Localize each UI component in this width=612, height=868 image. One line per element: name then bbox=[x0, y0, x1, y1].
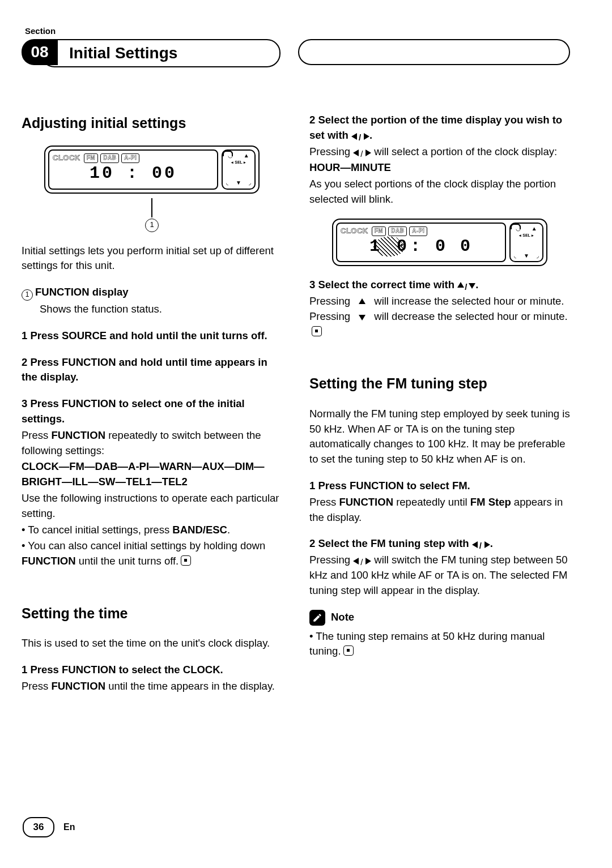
heading-setting-time: Setting the time bbox=[22, 603, 282, 623]
down-arrow-icon bbox=[353, 314, 371, 320]
function-display-label: 1FUNCTION display bbox=[22, 285, 282, 301]
left-step-2: 2 Press FUNCTION and hold until time app… bbox=[22, 355, 282, 386]
callout-1: 1 bbox=[145, 219, 159, 232]
intro-text: Initial settings lets you perform initia… bbox=[22, 243, 282, 274]
left-step-1: 1 Press SOURCE and hold until the unit t… bbox=[22, 328, 282, 344]
heading-fm-tuning: Setting the FM tuning step bbox=[309, 373, 570, 394]
pencil-icon bbox=[309, 610, 325, 626]
up-arrow-icon bbox=[353, 298, 371, 305]
heading-adjusting: Adjusting initial settings bbox=[22, 113, 282, 133]
page-lang: En bbox=[63, 822, 75, 832]
lcd-illustration-2: CLOCK FM DAB A-PI 1 0: 0 0 ◡▲ ◂ SEL ▸ ◟▼… bbox=[332, 219, 547, 266]
settings-chain: CLOCK—FM—DAB—A-PI—WARN—AUX—DIM—BRIGHT—IL… bbox=[22, 459, 282, 490]
header-right-pill bbox=[298, 39, 570, 65]
time-step-3: 3 Select the correct time with /. Pressi… bbox=[309, 277, 570, 339]
up-down-arrow-icon: / bbox=[457, 282, 475, 289]
end-mark-icon bbox=[312, 326, 322, 336]
left-right-arrow-icon: / bbox=[472, 541, 490, 548]
left-right-arrow-icon: / bbox=[351, 132, 369, 139]
lcd-time: 10 : 00 bbox=[53, 161, 214, 186]
lcd-clock-label: CLOCK bbox=[53, 153, 82, 164]
note-heading: Note bbox=[309, 610, 570, 626]
left-right-arrow-icon: / bbox=[353, 557, 371, 564]
time-step-2: 2 Select the portion of the time display… bbox=[309, 113, 570, 207]
note-text: • The tuning step remains at 50 kHz duri… bbox=[309, 629, 570, 660]
end-mark-icon bbox=[343, 645, 354, 656]
end-mark-icon bbox=[181, 555, 191, 566]
fm-intro: Normally the FM tuning step employed by … bbox=[309, 407, 570, 467]
lcd-illustration-1: CLOCK FM DAB A-PI 10 : 00 ◡▲ ◂ SEL ▸ ◟▼◞ bbox=[44, 146, 260, 193]
right-column: 2 Select the portion of the time display… bbox=[309, 113, 570, 705]
left-step-3: 3 Press FUNCTION to select one of the in… bbox=[22, 396, 282, 569]
time-step-1: 1 Press FUNCTION to select the CLOCK. Pr… bbox=[22, 662, 282, 694]
page-title-pill: Initial Settings bbox=[41, 39, 280, 67]
page-number: 36 bbox=[23, 817, 54, 837]
left-right-arrow-icon: / bbox=[353, 149, 371, 156]
function-display-text: Shows the function status. bbox=[40, 302, 282, 317]
lcd-hour-selected: 1 0 bbox=[369, 234, 410, 259]
section-label: Section bbox=[25, 26, 570, 36]
hour-minute: HOUR—MINUTE bbox=[309, 160, 570, 176]
fm-step-2: 2 Select the FM tuning step with /. Pres… bbox=[309, 536, 570, 598]
page-title: Initial Settings bbox=[69, 44, 177, 62]
page-footer: 36 En bbox=[23, 817, 75, 837]
setting-time-intro: This is used to set the time on the unit… bbox=[22, 636, 282, 651]
fm-step-1: 1 Press FUNCTION to select FM. Press FUN… bbox=[309, 478, 570, 525]
lcd-side-panel: ◡▲ ◂ SEL ▸ ◟▼◞ bbox=[222, 149, 256, 189]
page-header: 08 Initial Settings bbox=[22, 39, 570, 67]
section-number-tab: 08 bbox=[22, 39, 58, 65]
callout-line bbox=[151, 198, 152, 217]
left-column: Adjusting initial settings CLOCK FM DAB … bbox=[22, 113, 282, 705]
